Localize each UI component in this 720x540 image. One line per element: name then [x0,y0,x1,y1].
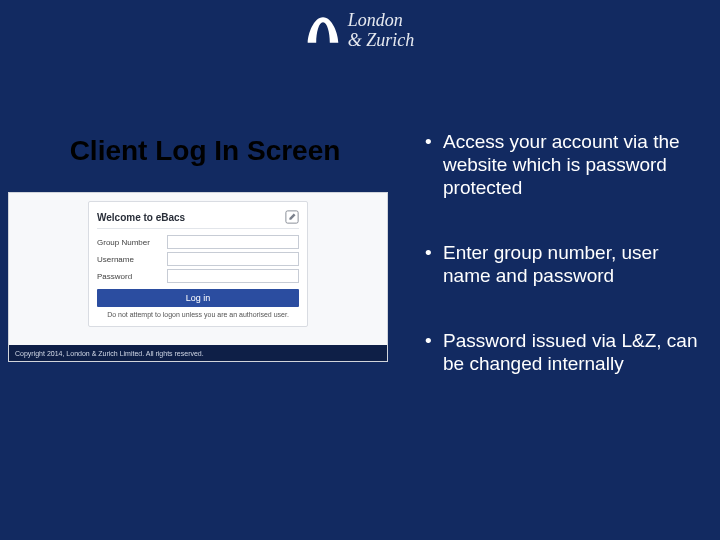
logo-line2: & Zurich [348,30,415,50]
input-group-number[interactable] [167,235,299,249]
edit-icon [285,210,299,224]
bullet-dot-icon: • [425,241,443,287]
bullet-dot-icon: • [425,329,443,375]
screenshot-footer: Copyright 2014, London & Zurich Limited.… [9,345,387,361]
bullet-dot-icon: • [425,130,443,199]
page-title: Client Log In Screen [40,135,370,167]
bullet-item: • Enter group number, user name and pass… [425,241,705,287]
logo-arch-icon [306,15,340,45]
bullet-text: Enter group number, user name and passwo… [443,241,705,287]
row-username: Username [97,252,299,266]
card-header: Welcome to eBacs [97,210,299,229]
warning-text: Do not attempt to logon unless you are a… [97,311,299,318]
logo-text: London & Zurich [348,10,415,50]
input-password[interactable] [167,269,299,283]
login-button[interactable]: Log in [97,289,299,307]
bullet-list: • Access your account via the website wh… [425,130,705,417]
card-title: Welcome to eBacs [97,212,185,223]
bullet-item: • Password issued via L&Z, can be change… [425,329,705,375]
row-password: Password [97,269,299,283]
bullet-text: Access your account via the website whic… [443,130,705,199]
logo-line1: London [348,10,415,30]
input-username[interactable] [167,252,299,266]
label-group-number: Group Number [97,238,167,247]
bullet-text: Password issued via L&Z, can be changed … [443,329,705,375]
login-card: Welcome to eBacs Group Number Username P… [88,201,308,327]
label-username: Username [97,255,167,264]
brand-logo: London & Zurich [0,10,720,50]
bullet-item: • Access your account via the website wh… [425,130,705,199]
screenshot-body: Welcome to eBacs Group Number Username P… [9,193,387,345]
slide: London & Zurich Client Log In Screen Wel… [0,0,720,540]
login-screenshot: Welcome to eBacs Group Number Username P… [8,192,388,362]
row-group-number: Group Number [97,235,299,249]
label-password: Password [97,272,167,281]
